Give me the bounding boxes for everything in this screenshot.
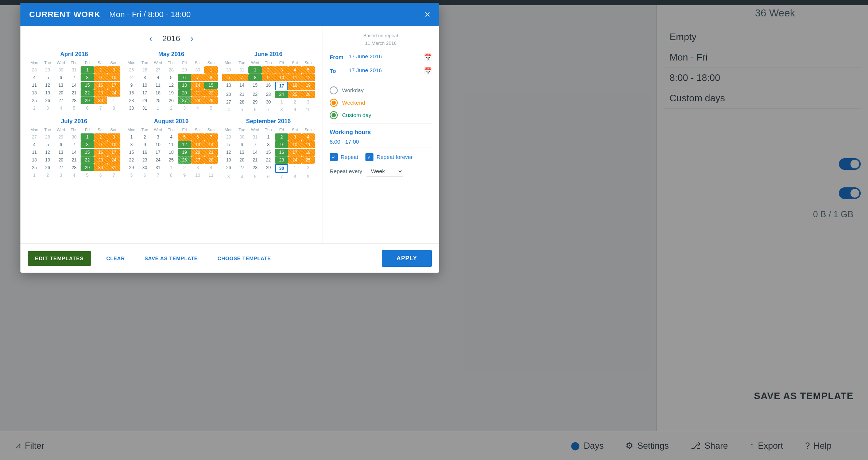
cal-cell[interactable]: 4 <box>222 106 235 113</box>
cal-cell[interactable]: 12 <box>302 74 315 81</box>
cal-cell[interactable]: 14 <box>248 149 261 156</box>
cal-cell[interactable]: 1 <box>107 97 120 104</box>
cal-cell[interactable]: 9 <box>288 106 301 113</box>
cal-cell[interactable]: 31 <box>67 66 81 74</box>
cal-cell[interactable]: 22 <box>125 156 138 164</box>
cal-cell[interactable]: 10 <box>275 74 288 81</box>
cal-cell[interactable]: 31 <box>151 164 164 171</box>
cal-cell[interactable]: 9 <box>178 172 191 179</box>
cal-cell[interactable]: 7 <box>67 141 81 148</box>
cal-cell[interactable]: 3 <box>302 98 315 106</box>
cal-cell[interactable]: 19 <box>41 156 54 164</box>
from-calendar-icon[interactable]: 📅 <box>424 53 432 61</box>
cal-cell[interactable]: 6 <box>191 133 204 141</box>
cal-cell[interactable]: 6 <box>54 141 67 148</box>
cal-cell[interactable]: 26 <box>138 66 151 74</box>
cal-cell[interactable]: 17 <box>275 82 288 90</box>
cal-cell[interactable]: 29 <box>178 66 191 74</box>
cal-cell[interactable]: 9 <box>125 82 138 89</box>
cal-cell[interactable]: 8 <box>275 106 288 113</box>
cal-cell[interactable]: 15 <box>204 82 217 89</box>
cal-cell[interactable]: 26 <box>41 164 54 171</box>
cal-cell[interactable]: 20 <box>235 156 248 164</box>
cal-cell[interactable]: 15 <box>262 149 275 156</box>
cal-cell[interactable]: 31 <box>107 164 120 171</box>
cal-cell[interactable]: 22 <box>81 89 94 97</box>
cal-cell[interactable]: 10 <box>191 172 204 179</box>
cal-cell[interactable]: 30 <box>138 164 151 171</box>
cal-cell[interactable]: 6 <box>222 74 235 81</box>
cal-cell[interactable]: 13 <box>54 149 67 156</box>
cal-cell[interactable]: 23 <box>125 97 138 104</box>
cal-cell[interactable]: 18 <box>164 149 178 156</box>
cal-cell[interactable]: 16 <box>275 149 288 156</box>
cal-cell[interactable]: 18 <box>28 89 41 97</box>
cal-cell[interactable]: 1 <box>262 133 275 141</box>
cal-cell[interactable]: 5 <box>204 105 217 112</box>
cal-cell[interactable]: 7 <box>248 141 261 148</box>
cal-cell[interactable]: 17 <box>107 82 120 89</box>
cal-cell[interactable]: 28 <box>28 66 41 74</box>
cal-cell[interactable]: 26 <box>41 97 54 104</box>
cal-cell[interactable]: 2 <box>28 105 41 112</box>
cal-cell[interactable]: 10 <box>107 74 120 81</box>
cal-cell[interactable]: 13 <box>235 149 248 156</box>
cal-cell[interactable]: 14 <box>204 141 217 148</box>
cal-cell[interactable]: 4 <box>67 172 81 179</box>
cal-cell[interactable]: 11 <box>151 82 164 89</box>
cal-cell[interactable]: 9 <box>138 141 151 148</box>
cal-cell[interactable]: 3 <box>54 172 67 179</box>
cal-cell[interactable]: 2 <box>275 133 288 141</box>
cal-cell[interactable]: 23 <box>262 91 275 98</box>
cal-cell[interactable]: 4 <box>28 74 41 81</box>
cal-cell[interactable]: 24 <box>288 156 301 164</box>
cal-cell[interactable]: 25 <box>288 91 301 98</box>
cal-cell[interactable]: 16 <box>262 82 275 90</box>
checkbox-repeat-forever[interactable]: ✓ Repeat forever <box>365 153 412 161</box>
cal-cell[interactable]: 5 <box>41 74 54 81</box>
cal-cell[interactable]: 29 <box>262 164 275 173</box>
cal-cell[interactable]: 22 <box>262 156 275 164</box>
cal-cell[interactable]: 9 <box>275 141 288 148</box>
cal-cell[interactable]: 29 <box>125 164 138 171</box>
cal-cell[interactable]: 29 <box>81 164 94 171</box>
cal-cell[interactable]: 30 <box>54 66 67 74</box>
cal-cell[interactable]: 12 <box>41 82 54 89</box>
cal-cell[interactable]: 7 <box>204 133 217 141</box>
cal-cell[interactable]: 31 <box>138 105 151 112</box>
cal-cell[interactable]: 17 <box>138 89 151 97</box>
cal-cell[interactable]: 5 <box>67 105 81 112</box>
cal-cell[interactable]: 17 <box>288 149 301 156</box>
cal-cell[interactable]: 7 <box>235 74 248 81</box>
cal-cell[interactable]: 25 <box>28 97 41 104</box>
cal-cell[interactable]: 2 <box>138 133 151 141</box>
cal-cell[interactable]: 26 <box>178 156 191 164</box>
cal-cell[interactable]: 5 <box>222 141 235 148</box>
cal-cell[interactable]: 18 <box>151 89 164 97</box>
cal-cell[interactable]: 7 <box>94 105 107 112</box>
cal-cell[interactable]: 5 <box>81 172 94 179</box>
cal-cell[interactable]: 4 <box>235 173 248 180</box>
cal-cell[interactable]: 30 <box>94 164 107 171</box>
cal-cell[interactable]: 8 <box>107 105 120 112</box>
cal-cell[interactable]: 14 <box>67 149 81 156</box>
cal-cell[interactable]: 4 <box>191 105 204 112</box>
cal-cell[interactable]: 25 <box>302 156 315 164</box>
cal-cell[interactable]: 2 <box>41 172 54 179</box>
cal-cell[interactable]: 23 <box>94 89 107 97</box>
apply-button[interactable]: APPLY <box>382 250 432 267</box>
cal-cell[interactable]: 30 <box>275 164 288 173</box>
cal-cell[interactable]: 26 <box>222 164 235 173</box>
cal-cell[interactable]: 27 <box>191 156 204 164</box>
cal-cell[interactable]: 21 <box>67 89 81 97</box>
cal-cell[interactable]: 27 <box>222 98 235 106</box>
cal-cell[interactable]: 5 <box>164 74 178 81</box>
cal-cell[interactable]: 5 <box>248 173 261 180</box>
cal-cell[interactable]: 28 <box>41 133 54 141</box>
cal-cell[interactable]: 3 <box>222 173 235 180</box>
cal-cell[interactable]: 4 <box>288 66 301 74</box>
cal-cell[interactable]: 24 <box>107 156 120 164</box>
cal-cell[interactable]: 24 <box>151 156 164 164</box>
cal-cell[interactable]: 19 <box>164 89 178 97</box>
cal-cell[interactable]: 5 <box>235 106 248 113</box>
